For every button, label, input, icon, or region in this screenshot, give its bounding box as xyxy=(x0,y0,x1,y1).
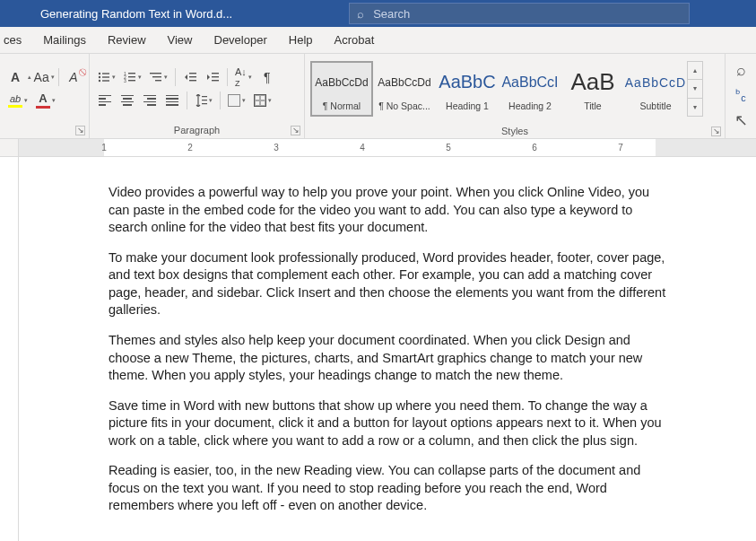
ribbon-tabs: cesMailingsReviewViewDeveloperHelpAcroba… xyxy=(0,27,756,54)
document-title: Generating Random Text in Word.d... xyxy=(40,7,232,21)
tab-ces[interactable]: ces xyxy=(0,27,32,53)
ruler-tick: 2 xyxy=(187,143,193,153)
ribbon: A▴ Aa A⃠ ab A ↘ 123 A↓Z ¶ xyxy=(0,54,756,139)
decrease-indent-button[interactable] xyxy=(180,67,200,87)
svg-point-0 xyxy=(99,72,100,74)
ruler-tick: 5 xyxy=(446,143,451,153)
grow-font-button[interactable]: A xyxy=(5,67,25,87)
paragraph-dialog-launcher[interactable]: ↘ xyxy=(291,126,300,135)
styles-group-label: Styles↘ xyxy=(305,124,725,139)
svg-rect-20 xyxy=(212,80,219,81)
font-dialog-launcher[interactable]: ↘ xyxy=(75,126,85,135)
borders-button[interactable] xyxy=(251,91,274,110)
bullets-button[interactable] xyxy=(95,67,118,87)
tab-developer[interactable]: Developer xyxy=(204,27,278,53)
svg-rect-9 xyxy=(128,76,135,77)
svg-rect-3 xyxy=(102,76,109,77)
document-page[interactable]: Video provides a powerful way to help yo… xyxy=(19,157,756,541)
paragraph[interactable]: Save time in Word with new buttons that … xyxy=(109,397,666,450)
styles-dialog-launcher[interactable]: ↘ xyxy=(711,127,721,136)
svg-rect-23 xyxy=(202,103,207,104)
ruler-tick: 6 xyxy=(532,143,537,153)
horizontal-ruler[interactable]: 1234567 xyxy=(19,139,756,157)
svg-rect-7 xyxy=(128,73,135,74)
paragraph[interactable]: To make your document look professionall… xyxy=(109,249,666,319)
svg-rect-22 xyxy=(202,100,207,100)
svg-point-4 xyxy=(99,79,100,81)
paragraph[interactable]: Themes and styles also help keep your do… xyxy=(109,332,666,385)
svg-rect-19 xyxy=(212,76,219,77)
svg-rect-14 xyxy=(155,80,161,81)
highlight-color-button[interactable]: ab xyxy=(5,91,30,110)
font-color-button[interactable]: A xyxy=(33,91,58,110)
paragraph-group-label: Paragraph↘ xyxy=(90,123,304,138)
horizontal-ruler-wrap: 1234567 xyxy=(0,139,756,157)
find-icon[interactable]: ⌕ xyxy=(736,61,746,80)
increase-indent-button[interactable] xyxy=(203,67,222,87)
style---no-spac---[interactable]: AaBbCcDd¶ No Spac... xyxy=(373,61,436,117)
align-center-button[interactable] xyxy=(117,91,137,110)
align-right-button[interactable] xyxy=(140,91,160,110)
multilevel-list-button[interactable] xyxy=(147,67,170,87)
title-bar: Generating Random Text in Word.d... ⌕ Se… xyxy=(0,0,756,27)
svg-rect-15 xyxy=(189,73,196,74)
style-subtitle[interactable]: AaBbCcDSubtitle xyxy=(624,61,687,117)
ruler-corner xyxy=(0,139,19,157)
svg-rect-17 xyxy=(189,80,196,81)
styles-gallery-more[interactable]: ▴▾▾ xyxy=(687,61,703,117)
search-icon: ⌕ xyxy=(357,7,364,21)
line-spacing-button[interactable] xyxy=(192,91,215,110)
style-heading-1[interactable]: AaBbCHeading 1 xyxy=(436,61,499,117)
search-placeholder: Search xyxy=(373,7,410,21)
tab-acrobat[interactable]: Acrobat xyxy=(324,27,386,53)
select-icon[interactable]: ↖ xyxy=(734,110,748,130)
font-group-label: ↘ xyxy=(0,123,89,138)
show-paragraph-marks-button[interactable]: ¶ xyxy=(257,67,277,87)
tab-review[interactable]: Review xyxy=(97,27,157,53)
svg-rect-16 xyxy=(189,76,196,77)
sort-button[interactable]: A↓Z xyxy=(232,67,255,87)
ruler-tick: 3 xyxy=(274,143,279,153)
shading-button[interactable] xyxy=(225,91,248,110)
vertical-ruler[interactable] xyxy=(0,157,19,541)
numbering-button[interactable]: 123 xyxy=(121,67,144,87)
tab-view[interactable]: View xyxy=(157,27,204,53)
tab-help[interactable]: Help xyxy=(278,27,324,53)
svg-rect-21 xyxy=(202,96,207,97)
svg-rect-5 xyxy=(102,80,109,81)
svg-rect-18 xyxy=(212,73,219,74)
style-heading-2[interactable]: AaBbCcIHeading 2 xyxy=(499,61,561,117)
justify-button[interactable] xyxy=(162,91,182,110)
replace-icon[interactable]: ᵇc xyxy=(735,87,745,103)
ribbon-right-tools: ⌕ ᵇc ↖ xyxy=(726,54,756,138)
paragraph[interactable]: Reading is easier, too, in the new Readi… xyxy=(109,462,666,515)
svg-point-2 xyxy=(99,75,100,77)
page-scroll[interactable]: Video provides a powerful way to help yo… xyxy=(19,157,756,541)
search-box[interactable]: ⌕ Search xyxy=(349,3,690,24)
ruler-tick: 1 xyxy=(101,143,107,153)
change-case-button[interactable]: Aa xyxy=(34,67,54,87)
svg-rect-12 xyxy=(150,73,161,74)
paragraph[interactable]: Video provides a powerful way to help yo… xyxy=(109,184,666,237)
clear-formatting-button[interactable]: A⃠ xyxy=(64,67,83,87)
document-area: Video provides a powerful way to help yo… xyxy=(0,157,756,541)
ruler-tick: 4 xyxy=(360,143,365,153)
svg-text:3: 3 xyxy=(124,78,126,83)
style-title[interactable]: AaBTitle xyxy=(561,61,624,117)
svg-rect-13 xyxy=(152,76,161,77)
ruler-tick: 7 xyxy=(618,143,623,153)
svg-rect-1 xyxy=(102,73,109,74)
align-left-button[interactable] xyxy=(95,91,115,110)
style---normal[interactable]: AaBbCcDd¶ Normal xyxy=(310,61,373,117)
tab-mailings[interactable]: Mailings xyxy=(32,27,97,53)
separator xyxy=(58,68,59,86)
svg-rect-11 xyxy=(128,80,135,81)
styles-gallery: AaBbCcDd¶ NormalAaBbCcDd¶ No Spac...AaBb… xyxy=(307,57,723,120)
